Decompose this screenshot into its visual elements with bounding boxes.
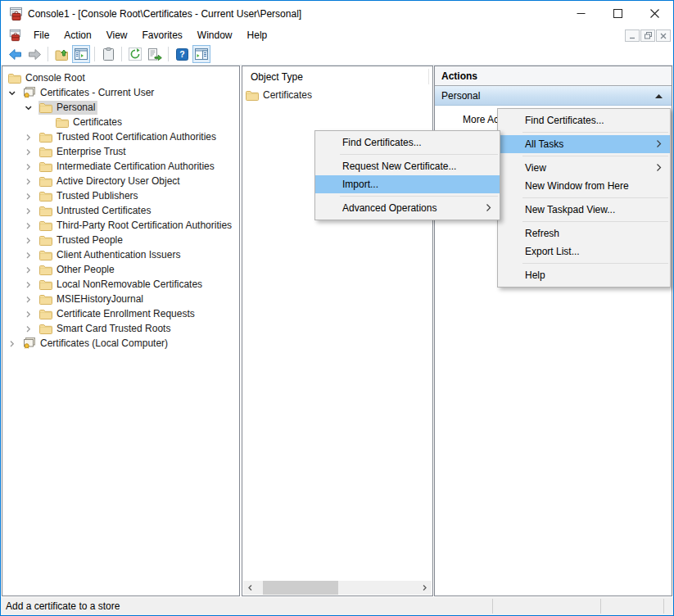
chevron-collapsed-icon[interactable] (24, 147, 38, 156)
list-item[interactable]: Certificates (242, 88, 432, 102)
chevron-collapsed-icon[interactable] (24, 265, 38, 274)
chevron-collapsed-icon[interactable] (24, 132, 38, 142)
child-close-button[interactable] (656, 29, 671, 42)
tree-item-body[interactable]: Certificates - Current User (22, 86, 156, 100)
tree-item[interactable]: Console Root (2, 70, 239, 85)
chevron-collapsed-icon[interactable] (24, 220, 38, 230)
minimize-button[interactable] (563, 1, 599, 26)
menu-window[interactable]: Window (190, 28, 240, 43)
tree-item-selected[interactable]: Personal (38, 101, 97, 115)
menu-action[interactable]: Action (57, 28, 98, 43)
menu-help[interactable]: Help (240, 28, 275, 43)
tree-item-body[interactable]: Certificates (55, 116, 124, 129)
tree-item[interactable]: Active Directory User Object (2, 174, 239, 188)
tree-item[interactable]: Enterprise Trust (2, 144, 239, 159)
chevron-collapsed-icon[interactable] (24, 176, 38, 186)
tree-item-body[interactable]: Trusted People (38, 233, 125, 247)
menu-item-find-certificates[interactable]: Find Certificates... (315, 134, 500, 152)
menu-item-all-tasks[interactable]: All Tasks (498, 135, 670, 153)
tree-item-body[interactable]: Trusted Publishers (38, 189, 141, 203)
horizontal-scrollbar[interactable] (243, 581, 432, 595)
console-window-icon[interactable] (8, 29, 21, 42)
menu-view[interactable]: View (99, 28, 135, 43)
tree-item[interactable]: Third-Party Root Certification Authoriti… (2, 218, 239, 233)
tree-item-body[interactable]: Console Root (7, 71, 88, 85)
menu-favorites[interactable]: Favorites (135, 28, 190, 43)
tree-item[interactable]: Personal (2, 100, 239, 115)
column-header-object-type[interactable]: Object Type (242, 66, 432, 88)
tree-item[interactable]: Certificate Enrollment Requests (2, 306, 239, 321)
tree-item[interactable]: MSIEHistoryJournal (2, 292, 239, 306)
tree-item[interactable]: Certificates (Local Computer) (2, 336, 239, 351)
tree-item-body[interactable]: Enterprise Trust (38, 145, 129, 159)
chevron-collapsed-icon[interactable] (24, 309, 38, 319)
tree-item[interactable]: Certificates (2, 115, 239, 129)
menu-item-export-list[interactable]: Export List... (498, 242, 670, 260)
scrollbar-thumb[interactable] (263, 581, 338, 595)
chevron-collapsed-icon[interactable] (24, 279, 38, 289)
scroll-right-arrow-icon[interactable] (418, 581, 432, 595)
tree-item[interactable]: Smart Card Trusted Roots (2, 321, 239, 336)
menu-file[interactable]: File (26, 28, 57, 43)
menu-item-label: Request New Certificate... (342, 161, 456, 172)
tree-item[interactable]: Local NonRemovable Certificates (2, 277, 239, 292)
menu-item-view[interactable]: View (498, 159, 670, 177)
chevron-collapsed-icon[interactable] (24, 191, 38, 201)
chevron-collapsed-icon[interactable] (7, 338, 22, 348)
menu-item-request-new-certificate[interactable]: Request New Certificate... (315, 157, 500, 175)
menu-item-find-certificates[interactable]: Find Certificates... (498, 111, 670, 129)
collapse-section-icon[interactable] (654, 90, 663, 102)
chevron-expanded-icon[interactable] (7, 88, 22, 97)
tree-item-body[interactable]: Certificates (Local Computer) (22, 337, 170, 351)
child-minimize-button[interactable] (625, 29, 640, 42)
chevron-collapsed-icon[interactable] (24, 324, 38, 333)
tree-item-body[interactable]: Intermediate Certification Authorities (38, 160, 217, 174)
tree-item-body[interactable]: Local NonRemovable Certificates (38, 278, 205, 292)
tree-item-body[interactable]: Trusted Root Certification Authorities (38, 130, 219, 144)
title-bar[interactable]: Console1 - [Console Root\Certificates - … (1, 1, 673, 26)
tree-item-body[interactable]: Other People (38, 263, 117, 277)
tree-item-body[interactable]: Smart Card Trusted Roots (38, 322, 173, 336)
show-console-tree-button[interactable] (72, 45, 90, 63)
chevron-collapsed-icon[interactable] (24, 235, 38, 245)
chevron-expanded-icon[interactable] (24, 102, 38, 112)
actions-section-personal[interactable]: Personal (435, 86, 672, 106)
menu-item-import[interactable]: Import... (315, 175, 500, 193)
refresh-button[interactable] (126, 45, 144, 63)
menu-item-refresh[interactable]: Refresh (498, 224, 670, 242)
column-divider[interactable] (428, 69, 429, 84)
back-button[interactable] (6, 45, 24, 63)
tree-item-body[interactable]: Client Authentication Issuers (38, 248, 183, 262)
up-one-level-button[interactable] (52, 45, 70, 63)
menu-item-advanced-operations[interactable]: Advanced Operations (315, 199, 500, 217)
tree-item[interactable]: Untrusted Certificates (2, 203, 239, 218)
menu-item-new-taskpad-view[interactable]: New Taskpad View... (498, 201, 670, 219)
scroll-left-arrow-icon[interactable] (243, 581, 257, 595)
tree-item[interactable]: Intermediate Certification Authorities (2, 159, 239, 174)
tree-item[interactable]: Other People (2, 262, 239, 277)
chevron-collapsed-icon[interactable] (24, 294, 38, 304)
tree-item-body[interactable]: Third-Party Root Certification Authoriti… (38, 219, 234, 233)
tree-item[interactable]: Trusted Publishers (2, 188, 239, 203)
tree-item[interactable]: Trusted Root Certification Authorities (2, 129, 239, 144)
menu-item-new-window-from-here[interactable]: New Window from Here (498, 177, 670, 195)
close-button[interactable] (636, 1, 673, 26)
chevron-collapsed-icon[interactable] (24, 250, 38, 260)
show-action-pane-button[interactable] (192, 45, 210, 63)
menu-item-help[interactable]: Help (498, 266, 670, 284)
help-button[interactable]: ? (173, 45, 191, 63)
chevron-collapsed-icon[interactable] (24, 206, 38, 215)
tree-item-body[interactable]: Certificate Enrollment Requests (38, 307, 197, 321)
export-list-button[interactable] (146, 45, 164, 63)
tree-item[interactable]: Certificates - Current User (2, 85, 239, 100)
tree-item[interactable]: Client Authentication Issuers (2, 247, 239, 262)
properties-button[interactable] (99, 45, 117, 63)
chevron-collapsed-icon[interactable] (24, 161, 38, 171)
tree-item-body[interactable]: Active Directory User Object (38, 174, 183, 188)
forward-button[interactable] (25, 45, 43, 63)
tree-item-body[interactable]: Untrusted Certificates (38, 204, 153, 218)
tree-item-body[interactable]: MSIEHistoryJournal (38, 292, 146, 306)
tree-item[interactable]: Trusted People (2, 233, 239, 247)
child-restore-button[interactable] (640, 29, 655, 42)
maximize-button[interactable] (599, 1, 636, 26)
